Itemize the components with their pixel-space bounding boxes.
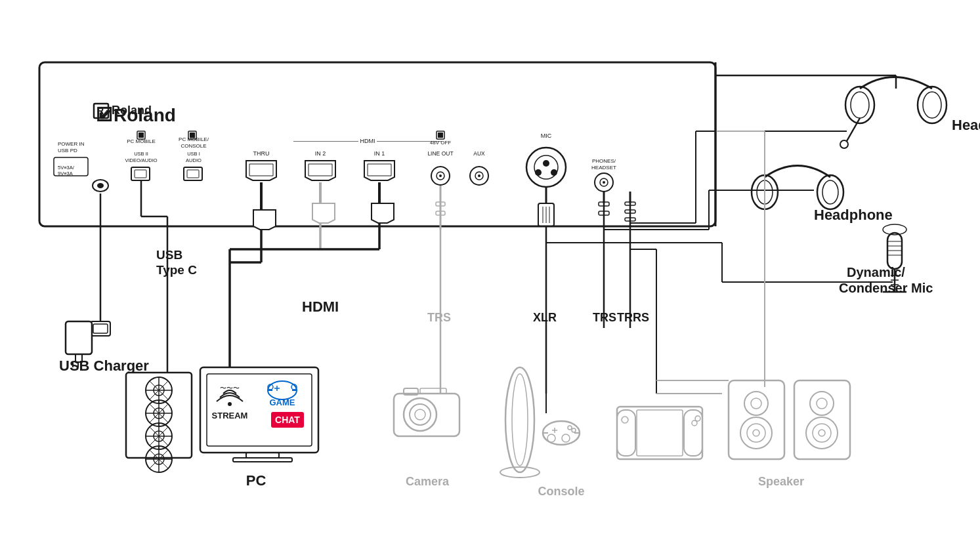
trs-label: TRS	[427, 311, 451, 324]
svg-rect-56	[66, 321, 92, 354]
headset-label: Headset	[952, 117, 980, 133]
pc-label: PC	[246, 472, 266, 489]
dynamic-mic-label: Dynamic/	[847, 265, 905, 279]
svg-point-181	[806, 417, 838, 449]
svg-text:LINE OUT: LINE OUT	[427, 150, 453, 157]
svg-point-169	[622, 417, 628, 423]
svg-rect-14	[138, 133, 144, 138]
svg-text:PHONES/: PHONES/	[592, 158, 616, 164]
svg-text:USB I: USB I	[187, 151, 200, 157]
svg-point-153	[505, 367, 534, 472]
svg-text:THRU: THRU	[253, 150, 270, 157]
svg-text:USB PD: USB PD	[58, 148, 77, 153]
headphone-label: Headphone	[814, 207, 893, 223]
usb-type-c-label: USB	[156, 248, 182, 262]
svg-text:48V OFF: 48V OFF	[430, 140, 452, 146]
svg-rect-165	[617, 407, 702, 459]
svg-text:——————————— HDMI ———————————: ——————————— HDMI ———————————	[293, 138, 442, 144]
svg-point-175	[740, 417, 772, 449]
svg-rect-168	[637, 410, 683, 456]
svg-point-177	[753, 430, 759, 436]
svg-text:AUDIO: AUDIO	[186, 157, 202, 163]
svg-point-164	[572, 428, 576, 432]
game-text: GAME	[270, 398, 295, 407]
svg-point-154	[512, 374, 528, 466]
svg-point-174	[751, 398, 761, 409]
svg-text:IN 1: IN 1	[374, 150, 385, 157]
svg-rect-32	[438, 133, 443, 138]
svg-point-44	[543, 160, 549, 167]
trrs-label: TRRS	[617, 311, 649, 324]
svg-point-37	[439, 174, 442, 177]
svg-point-189	[840, 140, 848, 148]
svg-point-176	[747, 424, 765, 442]
svg-point-187	[923, 92, 941, 118]
svg-point-180	[817, 398, 827, 409]
svg-text:USB II: USB II	[134, 151, 148, 157]
svg-point-185	[851, 92, 869, 118]
usb-type-c-label2: Type C	[156, 263, 197, 277]
hdmi-label: HDMI	[302, 298, 339, 315]
svg-point-147	[404, 398, 437, 431]
svg-text:CONSOLE: CONSOLE	[181, 143, 206, 149]
svg-point-137	[228, 402, 232, 406]
svg-text:MIC: MIC	[541, 133, 552, 139]
svg-point-173	[744, 392, 768, 415]
svg-text:HEADSET: HEADSET	[591, 165, 616, 171]
svg-text:9V≡3A: 9V≡3A	[58, 171, 73, 176]
svg-text:Roland: Roland	[112, 104, 152, 117]
svg-point-148	[410, 404, 431, 425]
svg-point-41	[478, 174, 480, 177]
svg-point-160	[562, 434, 570, 442]
svg-text:POWER IN: POWER IN	[58, 141, 85, 147]
svg-point-182	[813, 424, 831, 442]
svg-point-52	[603, 181, 605, 184]
chat-text: CHAT	[275, 415, 300, 425]
svg-rect-22	[190, 133, 195, 138]
diagram-container: 🗹Roland R Roland POWER IN USB PD 5V≡3A/ …	[0, 0, 980, 551]
svg-text:5V≡3A/: 5V≡3A/	[58, 165, 75, 171]
camera-label: Camera	[406, 475, 450, 488]
svg-point-163	[568, 426, 572, 430]
speaker-label: Speaker	[758, 475, 804, 488]
xlr-label: XLR	[533, 311, 557, 324]
svg-text:AUX: AUX	[473, 150, 485, 157]
condenser-mic-label: Condenser Mic	[839, 281, 933, 295]
svg-text:R: R	[97, 106, 104, 116]
console-label: Console	[538, 485, 584, 498]
stream-text: STREAM	[212, 411, 248, 420]
svg-text:IN 2: IN 2	[315, 150, 326, 157]
svg-rect-135	[233, 458, 292, 462]
trs2-label: TRS	[593, 311, 616, 324]
svg-point-149	[415, 409, 425, 420]
svg-text:VIDEO/AUDIO: VIDEO/AUDIO	[125, 157, 157, 163]
svg-point-179	[810, 392, 834, 415]
svg-point-11	[97, 183, 104, 188]
svg-point-171	[695, 416, 700, 421]
svg-point-183	[819, 430, 825, 436]
svg-point-193	[822, 180, 838, 204]
svg-point-159	[547, 434, 555, 442]
